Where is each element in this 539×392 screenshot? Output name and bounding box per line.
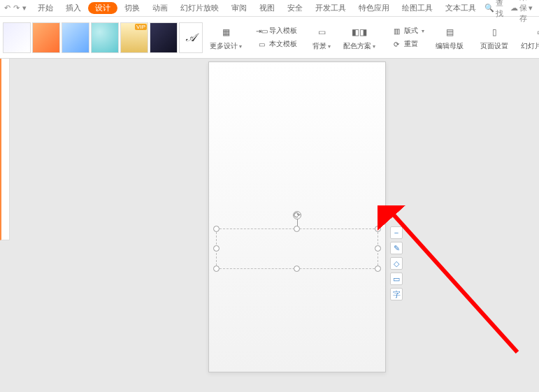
more-design-button[interactable]: ▦ 更多设计 [207, 19, 245, 57]
tab-view[interactable]: 视图 [254, 1, 280, 15]
tab-slideshow[interactable]: 幻灯片放映 [175, 1, 224, 15]
slides-panel[interactable] [0, 59, 10, 240]
template-io-group: ⇥▭ 导入模板 ▭ 本文模板 [253, 25, 300, 50]
edit-master-button[interactable]: ▤ 编辑母版 [431, 19, 468, 57]
background-label: 背景 [312, 41, 331, 51]
tab-design[interactable]: 设计 [88, 2, 117, 14]
find-button[interactable]: 🔍 查找 [484, 0, 503, 19]
template-thumb[interactable] [32, 22, 60, 53]
template-thumb[interactable] [62, 22, 89, 53]
tool-edit[interactable]: ✎ [390, 242, 403, 254]
tab-security[interactable]: 安全 [282, 1, 308, 15]
shape-floating-toolbar: − ✎ ◇ ▭ 字 [390, 226, 403, 300]
background-button[interactable]: ▭ 背景 [308, 19, 335, 57]
resize-handle-s[interactable] [294, 266, 300, 272]
reset-label: 重置 [404, 39, 418, 49]
tool-remove[interactable]: − [390, 226, 403, 239]
resize-handle-nw[interactable] [213, 226, 220, 232]
slide-size-button[interactable]: ▭ 幻灯片大小 [517, 19, 539, 57]
layout-icon: ▥ [391, 25, 402, 36]
slide-size-label: 幻灯片大小 [521, 41, 539, 51]
tab-drawtools[interactable]: 绘图工具 [396, 1, 438, 15]
layout-button[interactable]: ▥ 版式 [391, 25, 424, 36]
menu-bar: ↶ ↷ ▾ 开始 插入 设计 切换 动画 幻灯片放映 审阅 视图 安全 开发工具… [0, 0, 539, 17]
resize-handle-se[interactable] [375, 266, 381, 272]
template-thumb[interactable] [3, 22, 31, 53]
redo-icon[interactable]: ↷ [13, 3, 20, 13]
layout-reset-group: ▥ 版式 ⟳ 重置 [388, 25, 427, 50]
template-thumb[interactable] [91, 22, 119, 53]
template-thumb[interactable] [150, 22, 178, 53]
tab-start[interactable]: 开始 [32, 1, 59, 15]
resize-handle-n[interactable] [294, 226, 300, 232]
find-label: 查找 [496, 0, 503, 19]
qat-dropdown-icon[interactable]: ▾ [22, 3, 27, 13]
cloud-icon: ☁ [510, 3, 518, 13]
resize-handle-w[interactable] [213, 245, 220, 252]
page-setup-icon: ▯ [487, 24, 502, 40]
tab-transition[interactable]: 切换 [119, 1, 145, 15]
tab-insert[interactable]: 插入 [60, 1, 87, 15]
palette-icon: ◧◨ [352, 24, 367, 40]
chevron-down-icon: ▾ [529, 3, 533, 13]
this-template-label: 本文模板 [269, 39, 297, 49]
reset-icon: ⟳ [391, 38, 402, 50]
tool-text[interactable]: 字 [390, 288, 403, 300]
slide-canvas[interactable]: ⟳ [208, 61, 386, 372]
color-scheme-button[interactable]: ◧◨ 配色方案 [339, 19, 380, 57]
layout-label: 版式 [404, 26, 418, 36]
template-thumb-vip[interactable] [120, 22, 148, 53]
tab-special[interactable]: 特色应用 [353, 1, 395, 15]
svg-line-0 [391, 212, 517, 352]
editor-viewport: ⟳ − ✎ ◇ ▭ 字 [0, 59, 539, 392]
import-template-button[interactable]: ⇥▭ 导入模板 [256, 25, 297, 36]
resize-handle-ne[interactable] [375, 226, 381, 232]
selected-textbox[interactable]: ⟳ [216, 228, 378, 269]
search-icon: 🔍 [484, 3, 494, 13]
doc-icon: ▭ [256, 38, 267, 50]
grid-icon: ▦ [218, 24, 233, 40]
edit-master-label: 编辑母版 [436, 41, 463, 51]
master-icon: ▤ [442, 24, 457, 40]
background-icon: ▭ [314, 24, 329, 40]
page-setup-label: 页面设置 [480, 41, 508, 51]
resize-handle-sw[interactable] [213, 266, 220, 272]
tab-devtools[interactable]: 开发工具 [310, 1, 352, 15]
slide-size-icon: ▭ [533, 24, 539, 40]
resize-handle-e[interactable] [375, 245, 381, 252]
this-template-button[interactable]: ▭ 本文模板 [256, 38, 297, 50]
quick-access-toolbar: ↶ ↷ ▾ [4, 3, 27, 13]
ribbon-design: 𝒜 ▦ 更多设计 ⇥▭ 导入模板 ▭ 本文模板 ▭ 背景 ◧◨ 配色方案 ▥ 版… [0, 17, 539, 59]
more-design-label: 更多设计 [210, 41, 242, 51]
undo-icon[interactable]: ↶ [4, 3, 10, 13]
template-gallery[interactable]: 𝒜 [3, 22, 203, 53]
import-icon: ⇥▭ [256, 25, 267, 36]
import-template-label: 导入模板 [269, 26, 297, 36]
reset-button[interactable]: ⟳ 重置 [391, 38, 424, 50]
tab-review[interactable]: 审阅 [226, 1, 252, 15]
tool-shape[interactable]: ◇ [390, 257, 403, 270]
rotate-handle[interactable]: ⟳ [293, 211, 301, 219]
color-scheme-label: 配色方案 [343, 41, 375, 51]
tab-animation[interactable]: 动画 [147, 1, 173, 15]
page-setup-button[interactable]: ▯ 页面设置 [476, 19, 512, 57]
template-thumb[interactable]: 𝒜 [179, 22, 203, 53]
tool-outline[interactable]: ▭ [390, 273, 403, 285]
tab-texttools[interactable]: 文本工具 [440, 1, 482, 15]
